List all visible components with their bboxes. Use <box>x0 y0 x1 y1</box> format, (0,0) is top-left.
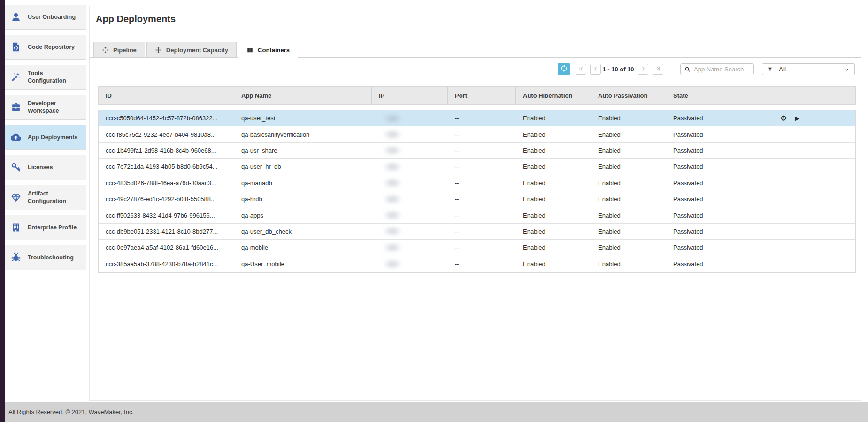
sidebar-item-enterprise-profile[interactable]: Enterprise Profile <box>5 215 86 240</box>
status-filter-select[interactable]: All <box>762 63 855 75</box>
table-row[interactable]: ccc-db9be051-2331-4121-8c10-8bd277...qa-… <box>99 224 855 240</box>
sidebar-item-user-onboarding[interactable]: User Onboarding <box>5 5 86 30</box>
gear-icon[interactable]: ⚙ <box>780 114 787 123</box>
tab-pipeline[interactable]: Pipeline <box>93 42 145 57</box>
next-page-icon <box>640 65 646 73</box>
tab-containers[interactable]: Containers <box>238 42 298 58</box>
cell-ip <box>372 256 448 272</box>
column-header-state: State <box>666 87 773 104</box>
column-header-auto-passivation: Auto Passivation <box>591 87 666 104</box>
sidebar-item-label: Enterprise Profile <box>28 224 80 231</box>
bug-icon <box>11 252 21 263</box>
cell-state: Passivated <box>666 191 773 207</box>
table-row[interactable]: ccc-0e97aea4-a5af-4102-86a1-fd60e16...qa… <box>99 240 855 256</box>
table-row[interactable]: ccc-385aa5ab-3788-4230-b78a-b2841c...qa-… <box>99 256 855 272</box>
first-page-button[interactable] <box>576 64 586 75</box>
cell-auto-passivation: Enabled <box>591 240 666 255</box>
refresh-button[interactable] <box>558 63 570 75</box>
cell-id: ccc-f85c75c2-9232-4ee7-b404-9810a8... <box>99 126 234 142</box>
first-page-icon <box>578 65 584 73</box>
cell-state: Passivated <box>666 126 773 142</box>
redacted-ip-blur <box>383 242 402 253</box>
sidebar-item-licenses[interactable]: Licenses <box>5 155 86 180</box>
sidebar-item-code-repository[interactable]: Code Repository <box>5 35 86 60</box>
cell-state: Passivated <box>666 110 773 126</box>
briefcase-icon <box>11 102 21 112</box>
previous-page-icon <box>592 65 599 73</box>
sidebar-item-tools-configuration[interactable]: Tools Configuration <box>5 65 86 90</box>
redacted-ip-blur <box>383 177 402 188</box>
column-header-ip: IP <box>372 87 448 104</box>
cell-actions <box>773 224 856 239</box>
table-row[interactable]: ccc-ff502633-8432-41d4-97b6-996156...qa-… <box>99 207 855 223</box>
column-header-actions <box>773 87 856 104</box>
cell-actions <box>773 191 856 207</box>
previous-page-button[interactable] <box>590 64 601 75</box>
columns-icon <box>246 47 253 54</box>
refresh-icon <box>560 64 568 74</box>
cell-app-name: qa-hrdb <box>234 191 372 207</box>
cell-auto-hibernation: Enabled <box>516 159 591 174</box>
app-name-search-box <box>680 63 754 75</box>
table-row[interactable]: ccc-f85c75c2-9232-4ee7-b404-9810a8...qa-… <box>99 126 855 142</box>
cell-app-name: qa-basicsanityverification <box>234 126 372 142</box>
cell-state: Passivated <box>666 256 773 272</box>
pipeline-icon <box>102 47 109 54</box>
cell-port: -- <box>448 143 516 158</box>
cell-ip <box>372 126 448 142</box>
cell-port: -- <box>448 240 516 255</box>
cell-port: -- <box>448 159 516 174</box>
cell-app-name: qa-user_db_check <box>234 224 372 239</box>
app-name-search-input[interactable] <box>694 66 750 73</box>
tab-deployment-capacity[interactable]: Deployment Capacity <box>146 42 237 57</box>
cell-actions <box>773 159 856 174</box>
table-row[interactable]: ccc-7e72c1da-4193-4b05-b8d0-6b9c54...qa-… <box>99 159 855 175</box>
sidebar-item-app-deployments[interactable]: App Deployments <box>5 125 86 150</box>
cell-auto-hibernation: Enabled <box>516 240 591 255</box>
sidebar-item-developer-workspace[interactable]: Developer Workspace <box>5 95 86 120</box>
cell-id: ccc-0e97aea4-a5af-4102-86a1-fd60e16... <box>99 240 234 255</box>
sidebar-item-artifact-configuration[interactable]: Artifact Configuration <box>5 185 86 210</box>
cell-port: -- <box>448 110 516 126</box>
redacted-ip-blur <box>383 113 402 124</box>
table-row[interactable]: ccc-c5050d64-1452-4c57-872b-086322...qa-… <box>99 110 855 126</box>
cell-app-name: qa-User_mobile <box>234 256 372 272</box>
containers-table: IDApp NameIPPortAuto HibernationAuto Pas… <box>98 86 856 273</box>
cell-auto-hibernation: Enabled <box>516 207 591 223</box>
redacted-ip-blur <box>383 258 402 270</box>
cell-ip <box>372 240 448 255</box>
sidebar-item-troubleshooting[interactable]: Troubleshooting <box>5 245 86 270</box>
main-panel: App Deployments Pipeline Deployment Capa… <box>89 6 861 401</box>
tab-label: Containers <box>258 47 290 54</box>
redacted-ip-blur <box>383 145 402 156</box>
cell-auto-hibernation: Enabled <box>516 256 591 272</box>
play-icon[interactable]: ▶ <box>795 115 799 122</box>
cell-auto-hibernation: Enabled <box>516 175 591 191</box>
table-row[interactable]: ccc-49c27876-ed1c-4292-b0f8-550588...qa-… <box>99 191 855 207</box>
sidebar-item-label: Tools Configuration <box>28 70 80 85</box>
cell-port: -- <box>448 207 516 223</box>
cell-state: Passivated <box>666 159 773 174</box>
last-page-icon <box>655 65 661 73</box>
table-row[interactable]: ccc-1b499fa1-2d98-416b-8c4b-960e68...qa-… <box>99 143 855 159</box>
redacted-ip-blur <box>383 129 402 140</box>
cell-actions <box>773 256 856 272</box>
cell-app-name: qa-mariadb <box>234 175 372 191</box>
cell-id: ccc-db9be051-2331-4121-8c10-8bd277... <box>99 224 234 239</box>
cell-auto-passivation: Enabled <box>591 191 666 207</box>
move-icon <box>155 47 162 54</box>
next-page-button[interactable] <box>638 64 648 75</box>
cell-id: ccc-ff502633-8432-41d4-97b6-996156... <box>99 207 234 223</box>
redacted-ip-blur <box>383 210 402 221</box>
cell-port: -- <box>448 256 516 272</box>
cell-state: Passivated <box>666 224 773 239</box>
last-page-button[interactable] <box>653 64 663 75</box>
cell-id: ccc-1b499fa1-2d98-416b-8c4b-960e68... <box>99 143 234 158</box>
cell-auto-hibernation: Enabled <box>516 143 591 158</box>
tab-bar: Pipeline Deployment Capacity Containers <box>90 42 861 58</box>
cell-auto-passivation: Enabled <box>591 159 666 174</box>
cell-auto-passivation: Enabled <box>591 207 666 223</box>
cell-auto-hibernation: Enabled <box>516 126 591 142</box>
wand-icon <box>11 72 21 82</box>
table-row[interactable]: ccc-4835d026-788f-46ea-a76d-30aac3...qa-… <box>99 175 855 191</box>
